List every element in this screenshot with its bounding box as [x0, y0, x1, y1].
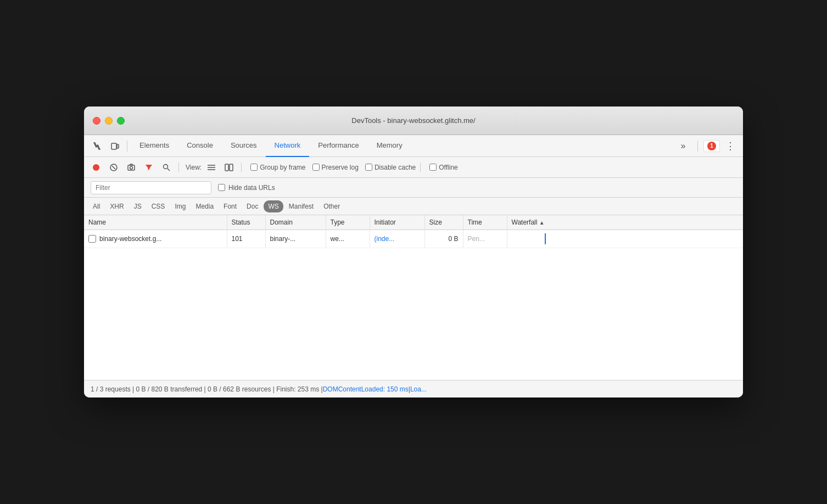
- more-tabs-button[interactable]: »: [674, 137, 692, 155]
- row-checkbox[interactable]: [88, 235, 96, 243]
- hide-data-urls-label[interactable]: Hide data URLs: [218, 184, 275, 192]
- group-by-frame-checkbox-group: Group by frame: [250, 164, 305, 171]
- svg-point-7: [164, 164, 168, 169]
- preserve-log-label: Preserve log: [322, 164, 359, 171]
- view-label: View:: [186, 164, 202, 171]
- disable-cache-checkbox-group: Disable cache: [365, 164, 416, 171]
- network-toolbar: View: Group by frame Preserve log: [84, 157, 743, 178]
- table-header-row: Name Status Domain Type Initiator: [84, 215, 743, 230]
- svg-rect-1: [117, 144, 119, 148]
- col-header-type[interactable]: Type: [326, 215, 370, 230]
- type-filter-ws[interactable]: WS: [264, 200, 283, 212]
- window-title: DevTools - binary-websocket.glitch.me/: [351, 116, 475, 125]
- nt-separator-3: [420, 163, 421, 172]
- toolbar-separator-2: [697, 141, 698, 152]
- tab-performance[interactable]: Performance: [309, 135, 367, 157]
- nt-separator-1: [178, 163, 179, 172]
- tab-elements[interactable]: Elements: [131, 135, 178, 157]
- svg-rect-0: [111, 143, 116, 149]
- preserve-log-checkbox-group: Preserve log: [312, 164, 359, 171]
- svg-point-2: [93, 164, 99, 171]
- record-button[interactable]: [88, 160, 104, 175]
- network-table: Name Status Domain Type Initiator: [84, 215, 743, 248]
- table-row[interactable]: binary-websocket.g... 101 binary-... we.…: [84, 230, 743, 248]
- cell-name: binary-websocket.g...: [84, 230, 227, 248]
- cell-domain: binary-...: [265, 230, 326, 248]
- inspector-icon[interactable]: [88, 137, 106, 155]
- error-badge[interactable]: 1: [703, 140, 720, 152]
- status-text: 1 / 3 requests | 0 B / 820 B transferred…: [91, 385, 323, 393]
- error-count-icon: 1: [707, 142, 716, 150]
- type-filter-font[interactable]: Font: [219, 200, 241, 212]
- svg-line-4: [112, 166, 115, 169]
- device-toggle-icon[interactable]: [106, 137, 124, 155]
- screenshot-button[interactable]: [124, 160, 139, 175]
- type-filter-other[interactable]: Other: [319, 200, 344, 212]
- offline-label: Offline: [439, 164, 457, 171]
- type-filter-xhr[interactable]: XHR: [105, 200, 128, 212]
- col-header-initiator[interactable]: Initiator: [370, 215, 424, 230]
- filter-icon-button[interactable]: [141, 160, 157, 175]
- cell-status: 101: [227, 230, 265, 248]
- title-bar: DevTools - binary-websocket.glitch.me/: [84, 107, 743, 135]
- maximize-button[interactable]: [117, 117, 125, 125]
- col-header-status[interactable]: Status: [227, 215, 265, 230]
- main-toolbar: Elements Console Sources Network Perform…: [84, 135, 743, 157]
- offline-checkbox[interactable]: [429, 164, 437, 171]
- group-by-frame-label: Group by frame: [260, 164, 305, 171]
- svg-point-6: [130, 166, 133, 169]
- toolbar-separator-1: [127, 141, 127, 152]
- cell-type: we...: [326, 230, 370, 248]
- dom-content-loaded-link[interactable]: DOMContentLoaded: 150 ms: [323, 385, 409, 393]
- type-filter-doc[interactable]: Doc: [242, 200, 262, 212]
- group-by-frame-checkbox[interactable]: [250, 164, 258, 171]
- col-header-waterfall[interactable]: Waterfall ▲: [507, 215, 743, 230]
- hide-data-urls-checkbox[interactable]: [218, 184, 225, 191]
- minimize-button[interactable]: [105, 117, 113, 125]
- tab-console[interactable]: Console: [178, 135, 222, 157]
- settings-dots-button[interactable]: ⋮: [722, 140, 739, 152]
- type-filter-img[interactable]: Img: [170, 200, 190, 212]
- cell-waterfall: [507, 230, 743, 248]
- search-button[interactable]: [159, 160, 174, 175]
- tab-bar: Elements Console Sources Network Perform…: [131, 135, 674, 157]
- traffic-lights: [93, 117, 125, 125]
- tab-memory[interactable]: Memory: [368, 135, 411, 157]
- svg-line-8: [167, 169, 170, 171]
- filter-input[interactable]: [91, 181, 211, 194]
- type-filter-manifest[interactable]: Manifest: [284, 200, 318, 212]
- nt-separator-2: [241, 163, 242, 172]
- type-filter-all[interactable]: All: [88, 200, 104, 212]
- status-bar: 1 / 3 requests | 0 B / 820 B transferred…: [84, 380, 743, 397]
- col-header-name[interactable]: Name: [84, 215, 227, 230]
- waterfall-sort-arrow: ▲: [539, 220, 545, 226]
- load-link[interactable]: Loa...: [410, 385, 427, 393]
- list-view-button[interactable]: [204, 160, 219, 175]
- type-filter-media[interactable]: Media: [191, 200, 218, 212]
- disable-cache-checkbox[interactable]: [365, 164, 372, 171]
- tab-sources[interactable]: Sources: [222, 135, 266, 157]
- col-header-domain[interactable]: Domain: [265, 215, 326, 230]
- disable-cache-label: Disable cache: [375, 164, 416, 171]
- col-header-time[interactable]: Time: [463, 215, 507, 230]
- waterfall-line: [545, 233, 546, 244]
- clear-button[interactable]: [106, 160, 121, 175]
- col-header-size[interactable]: Size: [424, 215, 463, 230]
- svg-rect-13: [230, 164, 233, 171]
- preserve-log-checkbox[interactable]: [312, 164, 320, 171]
- type-filter-bar: All XHR JS CSS Img Media Font Doc WS Man…: [84, 198, 743, 215]
- group-view-button[interactable]: [221, 160, 237, 175]
- toolbar-right: » 1 ⋮: [674, 137, 739, 155]
- offline-checkbox-group: Offline: [429, 164, 457, 171]
- svg-rect-12: [225, 164, 228, 171]
- devtools-window: DevTools - binary-websocket.glitch.me/ E…: [84, 107, 743, 397]
- cell-initiator: (inde...: [370, 230, 424, 248]
- network-table-area: Name Status Domain Type Initiator: [84, 215, 743, 380]
- tab-network[interactable]: Network: [266, 135, 310, 157]
- close-button[interactable]: [93, 117, 100, 125]
- type-filter-css[interactable]: CSS: [147, 200, 170, 212]
- cell-time: Pen...: [463, 230, 507, 248]
- cell-size: 0 B: [424, 230, 463, 248]
- type-filter-js[interactable]: JS: [130, 200, 146, 212]
- filter-bar: Hide data URLs: [84, 178, 743, 198]
